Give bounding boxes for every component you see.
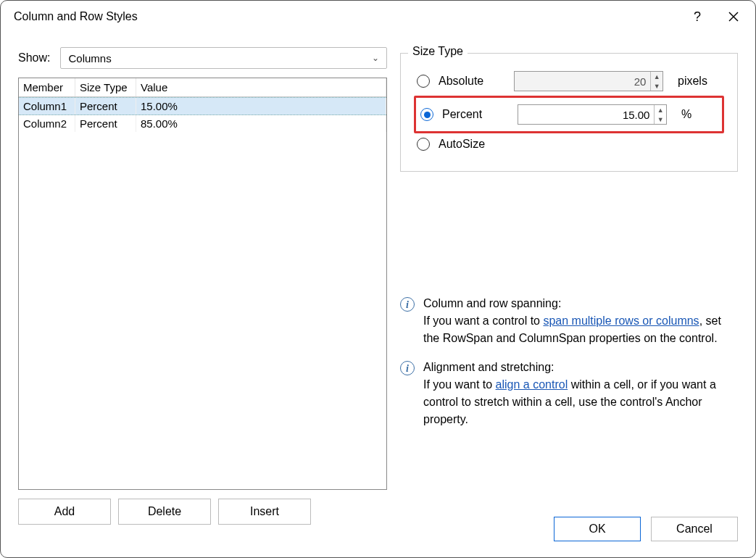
info-icon: i — [400, 297, 415, 312]
grid-cell-sizetype: Percent — [75, 98, 136, 114]
radio-autosize-label: AutoSize — [439, 138, 505, 151]
info-spanning-heading: Column and row spanning: — [423, 297, 561, 309]
titlebar-buttons: ? — [687, 7, 744, 27]
chevron-down-icon: ⌄ — [372, 53, 379, 63]
percent-unit: % — [681, 108, 718, 121]
sizetype-group-title: Size Type — [408, 45, 468, 58]
radio-autosize[interactable] — [417, 138, 430, 151]
percent-input[interactable] — [518, 105, 654, 124]
percent-spinner[interactable]: ▲▼ — [518, 104, 667, 125]
close-button[interactable] — [723, 7, 744, 27]
show-dropdown[interactable]: Columns ⌄ — [60, 47, 387, 69]
info-spanning-pre: If you want a control to — [423, 315, 543, 327]
grid-cell-sizetype: Percent — [75, 115, 136, 132]
grid-header-sizetype[interactable]: Size Type — [75, 78, 136, 96]
delete-button[interactable]: Delete — [118, 499, 211, 525]
info-spanning-text: Column and row spanning: If you want a c… — [423, 295, 738, 347]
info-alignment-text: Alignment and stretching: If you want to… — [423, 359, 738, 428]
grid-header-row: Member Size Type Value — [19, 78, 386, 97]
radio-absolute[interactable] — [417, 75, 430, 88]
members-grid[interactable]: Member Size Type Value Column1 Percent 1… — [18, 78, 387, 490]
sizetype-group: Size Type Absolute ▲▼ pixels Percent — [400, 53, 738, 172]
add-button[interactable]: Add — [18, 499, 111, 525]
spin-up-icon: ▲ — [651, 72, 662, 81]
percent-highlight: Percent ▲▼ % — [414, 96, 724, 133]
radio-percent[interactable] — [420, 108, 433, 121]
grid-cell-value: 15.00% — [136, 98, 386, 114]
info-alignment-heading: Alignment and stretching: — [423, 361, 554, 373]
absolute-input — [515, 72, 650, 91]
cancel-button[interactable]: Cancel — [651, 517, 738, 541]
radio-percent-label: Percent — [442, 108, 509, 121]
absolute-spin-buttons: ▲▼ — [650, 72, 662, 91]
grid-row[interactable]: Column1 Percent 15.00% — [19, 97, 386, 115]
sizetype-absolute-row: Absolute ▲▼ pixels — [414, 67, 724, 96]
grid-header-member[interactable]: Member — [19, 78, 75, 96]
grid-cell-value: 85.00% — [136, 115, 386, 132]
grid-cell-member: Column1 — [19, 98, 75, 114]
show-dropdown-value: Columns — [68, 52, 111, 64]
titlebar: Column and Row Styles ? — [1, 1, 755, 30]
percent-spin-buttons[interactable]: ▲▼ — [654, 105, 666, 124]
grid-row[interactable]: Column2 Percent 85.00% — [19, 115, 386, 132]
sizetype-autosize-row: AutoSize — [414, 133, 724, 155]
dialog-buttons: OK Cancel — [554, 517, 738, 541]
sizetype-percent-row: Percent ▲▼ % — [418, 100, 720, 129]
dialog-column-row-styles: Column and Row Styles ? Show: Columns ⌄ … — [0, 0, 756, 558]
insert-button[interactable]: Insert — [218, 499, 311, 525]
spin-up-icon[interactable]: ▲ — [655, 105, 666, 114]
info-alignment: i Alignment and stretching: If you want … — [400, 359, 738, 428]
radio-absolute-label: Absolute — [439, 75, 505, 88]
link-align-control[interactable]: align a control — [496, 378, 568, 391]
info-spanning: i Column and row spanning: If you want a… — [400, 295, 738, 347]
absolute-unit: pixels — [678, 75, 714, 88]
grid-cell-member: Column2 — [19, 115, 75, 132]
dialog-title: Column and Row Styles — [14, 10, 138, 23]
help-button[interactable]: ? — [687, 7, 707, 27]
spin-down-icon[interactable]: ▼ — [655, 114, 666, 124]
absolute-spinner: ▲▼ — [514, 71, 663, 91]
info-icon: i — [400, 361, 415, 375]
info-section: i Column and row spanning: If you want a… — [400, 295, 738, 440]
spin-down-icon: ▼ — [651, 81, 662, 91]
show-label: Show: — [18, 51, 50, 64]
link-span-rows-columns[interactable]: span multiple rows or columns — [543, 315, 699, 327]
ok-button[interactable]: OK — [554, 517, 641, 541]
info-alignment-pre: If you want to — [423, 378, 496, 391]
grid-header-value[interactable]: Value — [136, 78, 386, 96]
